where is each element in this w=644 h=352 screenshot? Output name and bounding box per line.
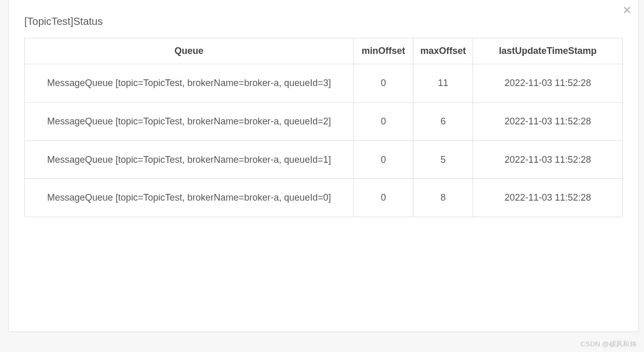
- col-header-minoffset: minOffset: [353, 38, 413, 64]
- cell-maxoffset: 5: [413, 140, 473, 179]
- cell-minoffset: 0: [353, 179, 413, 217]
- modal-body: Queue minOffset maxOffset lastUpdateTime…: [9, 38, 638, 233]
- cell-queue: MessageQueue [topic=TopicTest, brokerNam…: [25, 140, 354, 179]
- cell-queue: MessageQueue [topic=TopicTest, brokerNam…: [25, 64, 354, 103]
- cell-maxoffset: 8: [413, 179, 473, 217]
- cell-queue: MessageQueue [topic=TopicTest, brokerNam…: [25, 179, 354, 217]
- cell-lastupdate: 2022-11-03 11:52:28: [473, 64, 623, 103]
- cell-lastupdate: 2022-11-03 11:52:28: [473, 179, 623, 217]
- table-row: MessageQueue [topic=TopicTest, brokerNam…: [25, 102, 623, 140]
- status-modal: × [TopicTest]Status Queue minOffset maxO…: [8, 0, 639, 332]
- modal-title: [TopicTest]Status: [24, 16, 623, 27]
- table-row: MessageQueue [topic=TopicTest, brokerNam…: [25, 64, 623, 103]
- cell-minoffset: 0: [353, 102, 413, 140]
- cell-maxoffset: 6: [413, 102, 473, 140]
- table-row: MessageQueue [topic=TopicTest, brokerNam…: [25, 140, 623, 179]
- modal-header: [TopicTest]Status: [9, 0, 638, 38]
- cell-queue: MessageQueue [topic=TopicTest, brokerNam…: [25, 102, 354, 140]
- cell-minoffset: 0: [353, 64, 413, 103]
- cell-maxoffset: 11: [413, 64, 473, 103]
- cell-minoffset: 0: [353, 140, 413, 179]
- watermark: CSDN @硕风和炜: [580, 340, 637, 349]
- col-header-queue: Queue: [25, 38, 354, 64]
- col-header-maxoffset: maxOffset: [413, 38, 473, 64]
- table-header-row: Queue minOffset maxOffset lastUpdateTime…: [25, 38, 623, 64]
- table-row: MessageQueue [topic=TopicTest, brokerNam…: [25, 179, 623, 217]
- cell-lastupdate: 2022-11-03 11:52:28: [473, 140, 623, 179]
- status-table: Queue minOffset maxOffset lastUpdateTime…: [24, 38, 623, 217]
- col-header-lastupdate: lastUpdateTimeStamp: [473, 38, 623, 64]
- cell-lastupdate: 2022-11-03 11:52:28: [473, 102, 623, 140]
